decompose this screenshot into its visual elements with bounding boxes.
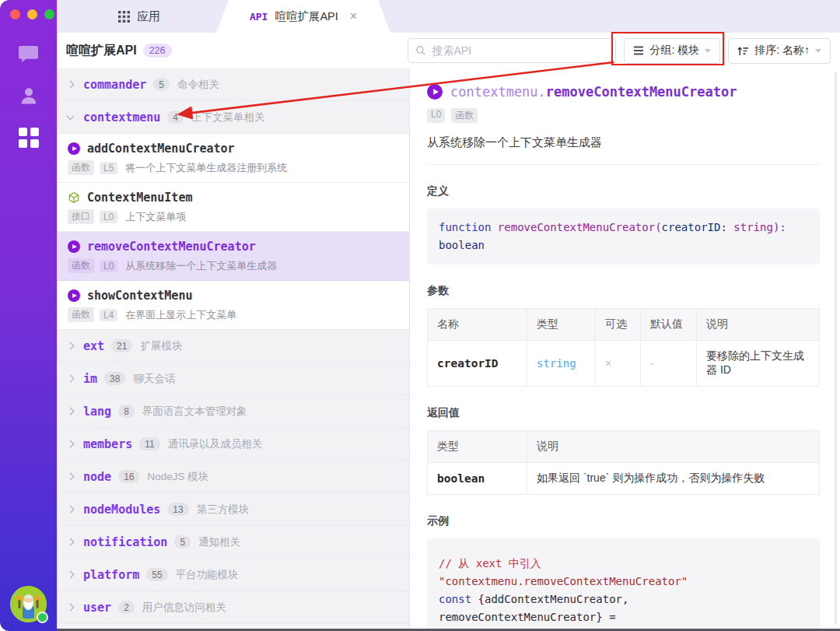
table-row: boolean 如果返回 `true` 则为操作成功，否则为操作失败 (428, 463, 820, 495)
item-desc: 从系统移除一个上下文菜单生成器 (125, 259, 277, 273)
item-desc: 在界面上显示上下文菜单 (125, 308, 236, 322)
tab-close-icon[interactable]: × (350, 10, 357, 23)
tab-bar: 应用 API 喧喧扩展API × (57, 0, 840, 33)
code-token: string (733, 221, 773, 233)
chevron-right-icon (67, 408, 75, 415)
code-line: removeContextMenuCreator} = (439, 608, 808, 626)
chevron-right-icon (67, 571, 75, 579)
caret-down-icon (705, 49, 711, 53)
sidebar-group-lang[interactable]: lang 8 界面语言文本管理对象 (57, 395, 409, 428)
search-icon (415, 45, 426, 56)
vertical-scrollbar[interactable] (835, 72, 837, 625)
group-desc: 命令相关 (177, 78, 219, 92)
code-token: removeContextMenuCreator( (498, 221, 662, 233)
sidebar-group-nodeModules[interactable]: nodeModules 13 第三方模块 (57, 493, 409, 526)
group-by-button[interactable]: 分组: 模块 (624, 38, 720, 64)
sidebar-item-ContextMenuItem[interactable]: ContextMenuItem 接口 L0 上下文菜单项 (57, 183, 409, 232)
table-row: creatorID string × - 要移除的上下文生成器 ID (428, 341, 820, 387)
table-header-cell: 名称 (428, 309, 527, 341)
section-heading-returns: 返回值 (427, 406, 820, 420)
sidebar-item-showContextMenu[interactable]: showContextMenu 函数 L4 在界面上显示上下文菜单 (57, 281, 409, 330)
function-icon (68, 289, 80, 302)
sidebar-group-node[interactable]: node 16 NodeJS 模块 (57, 461, 409, 493)
sidebar-group-im[interactable]: im 38 聊天会话 (57, 363, 409, 395)
level-badge: L0 (100, 211, 117, 223)
group-name: commander (83, 78, 146, 92)
table-header-cell: 说明 (697, 309, 820, 341)
table-header-cell: 类型 (527, 309, 596, 341)
level-badge: L0 (100, 260, 117, 272)
chevron-down-icon (67, 112, 75, 120)
level-badge: L4 (100, 309, 117, 321)
sidebar-group-platform[interactable]: platform 55 平台功能模块 (57, 559, 409, 591)
item-name: addContextMenuCreator (87, 142, 235, 156)
grid-icon (118, 11, 130, 23)
api-title-module: contextmenu. (450, 84, 546, 100)
chat-nav-button[interactable] (12, 37, 46, 71)
param-optional-cell: × (596, 341, 641, 387)
group-count-badge: 55 (146, 568, 167, 581)
interface-cube-icon (68, 191, 80, 204)
sidebar-item-removeContextMenuCreator[interactable]: removeContextMenuCreator 函数 L0 从系统移除一个上下… (57, 232, 409, 281)
sidebar-group-ext[interactable]: ext 21 扩展模块 (57, 330, 409, 363)
sidebar-group-notification[interactable]: notification 5 通知相关 (57, 526, 409, 559)
search-box[interactable] (408, 38, 616, 63)
group-name: nodeModules (83, 503, 160, 517)
function-icon (68, 240, 80, 253)
contacts-nav-button[interactable] (12, 79, 46, 113)
sidebar-item-addContextMenuCreator[interactable]: addContextMenuCreator 函数 L5 将一个上下文菜单生成器注… (57, 134, 409, 183)
return-type-cell: boolean (428, 463, 527, 495)
sort-label: 排序: 名称↑ (754, 44, 810, 58)
close-window-button[interactable] (10, 9, 20, 19)
param-name-cell: creatorID (428, 341, 527, 387)
item-desc: 上下文菜单项 (125, 210, 186, 224)
param-type-cell: string (527, 341, 596, 387)
sidebar-group-commander[interactable]: commander 5 命令相关 (57, 68, 409, 101)
group-count-badge: 8 (118, 405, 135, 418)
definition-code: function removeContextMenuCreator(creato… (427, 209, 820, 265)
chevron-right-icon (67, 473, 75, 481)
group-list-icon (633, 46, 644, 55)
sidebar-group-contextmenu[interactable]: contextmenu 4 上下文菜单相关 (57, 101, 409, 134)
sidebar-group-user[interactable]: user 2 用户信息访问相关 (57, 591, 409, 624)
group-count-badge: 2 (118, 601, 135, 614)
api-title: contextmenu.removeContextMenuCreator (450, 84, 737, 100)
group-count-badge: 5 (153, 78, 170, 91)
code-token: : (720, 221, 733, 233)
kind-tag: 函数 (451, 108, 478, 123)
kind-badge: 函数 (68, 307, 94, 322)
apps-nav-button[interactable] (12, 121, 46, 155)
contacts-icon (18, 85, 40, 107)
maximize-window-button[interactable] (44, 9, 54, 19)
item-name: ContextMenuItem (87, 191, 192, 205)
online-status-dot (37, 612, 48, 623)
api-count-badge: 226 (143, 44, 172, 58)
chevron-right-icon (67, 506, 75, 514)
page-title: 喧喧扩展API (66, 43, 137, 59)
example-code: // 从 xext 中引入"contextmenu.removeContextM… (427, 538, 820, 631)
group-desc: 平台功能模块 (176, 568, 239, 582)
table-header-cell: 可选 (596, 309, 641, 341)
search-input[interactable] (432, 44, 608, 57)
group-name: user (83, 601, 111, 615)
sidebar-group-members[interactable]: members 11 通讯录以及成员相关 (57, 428, 409, 461)
sort-icon (737, 46, 749, 56)
group-desc: 界面语言文本管理对象 (142, 405, 247, 419)
chevron-right-icon (67, 81, 75, 89)
item-name: removeContextMenuCreator (87, 240, 256, 254)
group-desc: 通讯录以及成员相关 (168, 437, 263, 451)
code-line: // 从 xext 中引入 (439, 555, 808, 573)
group-name: node (83, 470, 111, 484)
group-desc: 扩展模块 (140, 339, 182, 353)
group-name: ext (83, 339, 104, 353)
group-desc: 上下文菜单相关 (191, 110, 265, 124)
tab-api-badge: API (250, 11, 268, 23)
divider (427, 164, 820, 165)
caret-down-icon (815, 49, 821, 53)
tab-api-active[interactable]: API 喧喧扩展API × (216, 0, 390, 33)
tab-apps[interactable]: 应用 (57, 0, 222, 33)
sort-button[interactable]: 排序: 名称↑ (728, 38, 831, 64)
kind-badge: 接口 (68, 209, 94, 224)
user-avatar[interactable] (10, 586, 47, 622)
minimize-window-button[interactable] (27, 9, 37, 19)
